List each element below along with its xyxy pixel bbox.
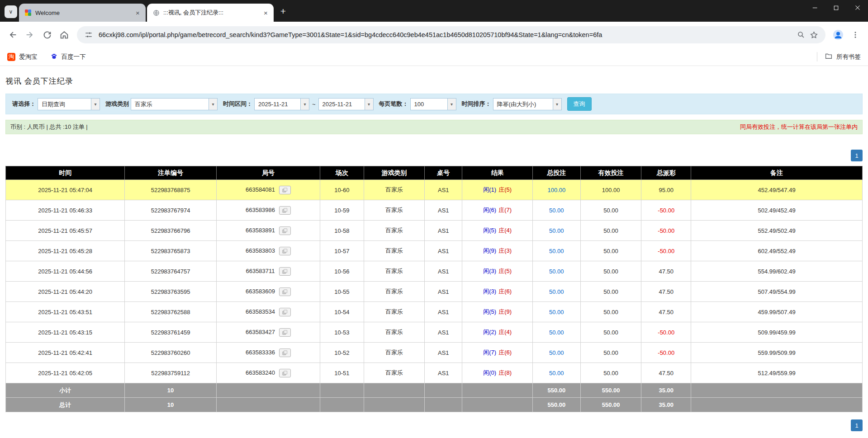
cell-valid-bet: 50.00 — [580, 261, 641, 282]
total-bet-link[interactable]: 50.00 — [549, 288, 564, 295]
chevron-down-icon[interactable]: ▾ — [365, 99, 373, 110]
video-replay-button[interactable] — [279, 349, 291, 357]
folder-icon — [825, 52, 833, 61]
address-bar[interactable]: 66cxkj98.com/ipl/portal.php/game/betreco… — [77, 26, 825, 43]
result-banker: 庄(9) — [498, 308, 512, 315]
round-id-text: 663583803 — [246, 247, 275, 254]
date-from-value: 2025-11-21 — [255, 99, 300, 110]
maximize-button[interactable] — [825, 0, 847, 15]
forward-button[interactable] — [22, 27, 38, 43]
chevron-down-icon[interactable]: ▾ — [209, 99, 217, 110]
bookmark-baidu[interactable]: 百度一下 — [50, 52, 86, 61]
chevron-down-icon[interactable]: ▾ — [300, 99, 309, 110]
result-player: 闲(2) — [483, 329, 496, 335]
pagination-page-1[interactable]: 1 — [851, 150, 863, 161]
date-to-select[interactable]: 2025-11-21 ▾ — [318, 98, 374, 110]
total-bet-link[interactable]: 50.00 — [549, 248, 564, 254]
profile-avatar[interactable] — [830, 27, 846, 43]
zoom-icon[interactable] — [795, 28, 807, 41]
close-window-button[interactable] — [847, 0, 868, 15]
cell-valid-bet: 50.00 — [580, 221, 641, 241]
total-bet-link[interactable]: 100.00 — [547, 187, 565, 193]
col-header-total-bet: 总投注 — [532, 166, 580, 180]
query-type-select[interactable]: 日期查询 ▾ — [38, 98, 100, 110]
total-bet-link[interactable]: 50.00 — [549, 349, 564, 356]
chevron-down-icon[interactable]: ▾ — [553, 99, 561, 110]
video-replay-button[interactable] — [279, 267, 291, 276]
refresh-button[interactable] — [39, 27, 55, 43]
cell-session: 10-51 — [320, 363, 364, 383]
home-button[interactable] — [56, 27, 72, 43]
cell-round-id: 663583803 — [216, 241, 320, 261]
video-replay-button[interactable] — [279, 308, 291, 316]
tab-welcome[interactable]: Welcome × — [19, 4, 146, 22]
cell-bet-id: 522983763595 — [125, 282, 217, 302]
cell-result: 闲(6)庄(7) — [462, 200, 532, 221]
bookmark-star-icon[interactable] — [807, 28, 820, 41]
cell-time: 2025-11-21 05:46:33 — [6, 200, 125, 221]
video-replay-button[interactable] — [279, 287, 291, 296]
search-button[interactable]: 查询 — [567, 97, 592, 111]
back-button[interactable] — [5, 27, 21, 43]
subtotal-total-bet: 550.00 — [532, 383, 580, 398]
cell-round-id: 663583240 — [216, 363, 320, 383]
video-replay-button[interactable] — [279, 186, 291, 194]
chevron-down-icon[interactable]: ▾ — [447, 99, 456, 110]
chevron-down-icon[interactable]: ▾ — [91, 99, 100, 110]
col-header-round-id: 局号 — [216, 166, 320, 180]
menu-icon[interactable] — [847, 27, 863, 43]
result-player: 闲(5) — [483, 227, 496, 234]
tab-bet-records[interactable]: :::视讯, 会员下注纪录::: × — [147, 4, 274, 22]
cell-total-bet: 50.00 — [532, 241, 580, 261]
total-bet-link[interactable]: 50.00 — [549, 207, 564, 214]
total-bet-link[interactable]: 50.00 — [549, 309, 564, 316]
pagination-page-1[interactable]: 1 — [851, 419, 863, 431]
video-replay-button[interactable] — [279, 206, 291, 215]
table-row: 2025-11-21 05:47:04 522983768875 6635840… — [6, 180, 863, 200]
video-replay-button[interactable] — [279, 328, 291, 337]
result-player: 闲(9) — [483, 247, 496, 254]
tab-close-icon[interactable]: × — [261, 9, 270, 17]
game-type-select[interactable]: 百家乐 ▾ — [131, 98, 218, 110]
cell-game-type: 百家乐 — [364, 221, 424, 241]
date-from-select[interactable]: 2025-11-21 ▾ — [254, 98, 309, 110]
round-id-text: 663583534 — [246, 308, 275, 315]
round-id-text: 663583240 — [246, 369, 275, 376]
total-valid-bet: 550.00 — [580, 398, 641, 412]
cell-bet-id: 522983762588 — [125, 302, 217, 322]
page-size-select[interactable]: 100 ▾ — [410, 98, 456, 110]
cell-table-no: AS1 — [425, 322, 462, 343]
tab-close-icon[interactable]: × — [133, 9, 142, 17]
tab-search-button[interactable]: ∨ — [5, 5, 17, 18]
minimize-button[interactable] — [804, 0, 825, 15]
sort-order-select[interactable]: 降幂(由大到小) ▾ — [493, 98, 562, 110]
cell-result: 闲(2)庄(4) — [462, 322, 532, 343]
cell-round-id: 663583891 — [216, 221, 320, 241]
table-row: 2025-11-21 05:44:56 522983764757 6635837… — [6, 261, 863, 282]
cell-bet-id: 522983764757 — [125, 261, 217, 282]
url-text[interactable]: 66cxkj98.com/ipl/portal.php/game/betreco… — [99, 31, 791, 38]
site-info-icon[interactable] — [82, 28, 95, 41]
total-bet-link[interactable]: 50.00 — [549, 268, 564, 275]
total-bet-link[interactable]: 50.00 — [549, 227, 564, 234]
cell-total-bet: 50.00 — [532, 221, 580, 241]
new-tab-button[interactable]: + — [276, 5, 290, 18]
cell-result: 闲(5)庄(4) — [462, 221, 532, 241]
cell-total-bet: 50.00 — [532, 302, 580, 322]
cell-payout: 47.50 — [641, 261, 691, 282]
result-player: 闲(3) — [483, 268, 496, 274]
tab-title: :::视讯, 会员下注纪录::: — [163, 9, 258, 17]
cell-valid-bet: 50.00 — [580, 322, 641, 343]
video-replay-button[interactable] — [279, 226, 291, 235]
all-bookmarks-button[interactable]: 所有书签 — [817, 52, 861, 61]
video-replay-button[interactable] — [279, 247, 291, 255]
round-id-text: 663583986 — [246, 206, 275, 213]
cell-round-id: 663583711 — [216, 261, 320, 282]
total-bet-link[interactable]: 50.00 — [549, 329, 564, 336]
round-id-text: 663583427 — [246, 328, 275, 335]
bookmark-taobao[interactable]: 淘 爱淘宝 — [7, 53, 38, 61]
cell-game-type: 百家乐 — [364, 302, 424, 322]
cell-time: 2025-11-21 05:42:05 — [6, 363, 125, 383]
total-bet-link[interactable]: 50.00 — [549, 370, 564, 377]
video-replay-button[interactable] — [279, 369, 291, 377]
